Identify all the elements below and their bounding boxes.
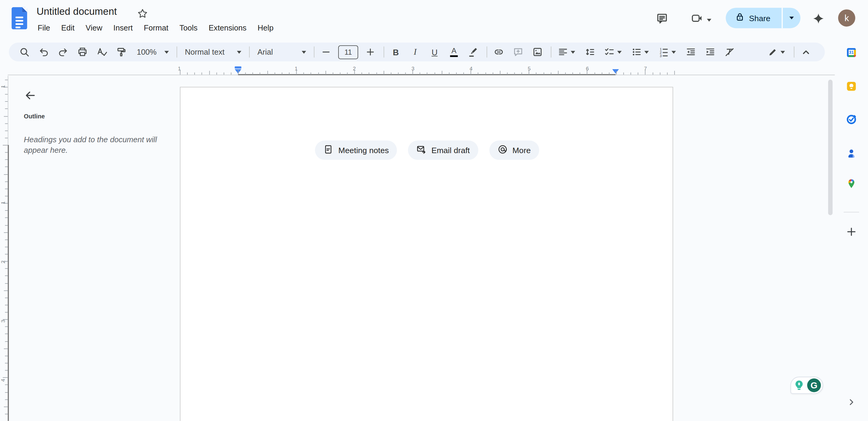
maps-icon[interactable] [846,178,857,189]
share-dropdown-icon[interactable] [782,17,801,19]
print-icon[interactable] [75,45,90,59]
chip-meeting-notes[interactable]: Meeting notes [315,140,397,160]
ruler-tick [282,72,282,74]
menu-file[interactable]: File [32,22,56,34]
document-page[interactable] [180,87,673,421]
insert-image-icon[interactable] [530,45,545,59]
numbered-list-dropdown-icon[interactable] [672,51,676,54]
add-comment-icon[interactable] [511,45,526,59]
ruler-tick [5,334,7,334]
hide-side-panel-icon[interactable] [847,398,856,407]
spell-check-icon[interactable] [95,45,109,59]
ruler-tick [4,407,7,407]
undo-icon[interactable] [37,45,51,59]
contacts-icon[interactable] [846,148,857,159]
calendar-icon[interactable]: 31 [846,47,857,58]
ruler-tick [5,189,7,189]
paint-format-icon[interactable] [114,45,128,59]
ruler-tick [536,72,537,74]
video-call-dropdown-icon[interactable] [705,12,714,28]
highlight-color-icon[interactable] [466,45,480,59]
smart-chips-row: Meeting notesEmail draftMore [180,140,674,160]
chip-more[interactable]: More [489,140,539,160]
docs-logo-icon[interactable] [11,7,27,29]
ruler-tick [5,341,7,342]
increase-font-size-icon[interactable] [363,45,378,59]
ruler-tick [5,109,7,109]
editing-mode-dropdown-icon[interactable] [781,51,785,54]
ruler-tick [216,72,217,74]
indent-increase-icon[interactable] [703,45,717,59]
editing-mode-icon[interactable] [766,45,780,59]
font-family-select[interactable]: Arial [254,45,309,59]
menu-format[interactable]: Format [138,22,174,34]
line-spacing-icon[interactable] [583,45,597,59]
indent-decrease-icon[interactable] [684,45,698,59]
ruler-tick [5,181,7,182]
checklist-icon[interactable] [602,45,617,59]
menu-extensions[interactable]: Extensions [203,22,252,34]
menu-help[interactable]: Help [252,22,279,34]
ruler-tick [5,356,7,356]
star-icon[interactable] [136,7,148,19]
toolbar: 100%Normal textArial11BIUA123 [9,42,825,61]
checklist-dropdown-icon[interactable] [617,51,622,54]
italic-button[interactable]: I [408,45,423,59]
numbered-list-icon[interactable]: 123 [656,45,671,59]
ruler-tick [5,123,7,124]
account-avatar[interactable]: k [838,9,855,27]
bold-button[interactable]: B [389,45,403,59]
first-line-indent-marker[interactable] [235,66,242,68]
underline-button[interactable]: U [427,45,442,59]
horizontal-ruler: 11234567 [0,65,868,76]
decrease-font-size-icon[interactable] [319,45,333,59]
vertical-scrollbar[interactable] [828,80,833,215]
get-addons-icon[interactable] [846,226,857,237]
font-family-select-caret-icon [302,51,306,54]
toolbar-collapse-icon[interactable] [799,45,813,59]
ruler-tick [4,174,7,174]
bulleted-list-icon[interactable] [629,45,644,59]
insert-link-icon[interactable] [491,45,506,59]
ruler-tick [245,72,246,74]
document-title[interactable]: Untitled document [37,6,117,18]
zoom-select[interactable]: 100% [133,45,172,59]
search-icon[interactable] [17,45,32,59]
ruler-tick [391,72,392,74]
menu-insert[interactable]: Insert [108,22,138,34]
h-ruler-number: 6 [586,65,589,71]
paragraph-style-select[interactable]: Normal text [182,45,245,59]
align-dropdown-icon[interactable] [570,51,575,54]
keep-icon[interactable] [846,80,857,92]
ruler-tick [5,247,7,247]
grammarly-widget[interactable]: G [790,377,823,394]
align-icon[interactable] [556,45,570,59]
share-button[interactable]: Share [726,8,800,28]
tasks-icon[interactable] [846,114,857,125]
text-color-button[interactable]: A [447,45,461,59]
redo-icon[interactable] [56,45,70,59]
menu-edit[interactable]: Edit [56,22,80,34]
comment-history-icon[interactable] [654,10,670,26]
menu-bar: FileEditViewInsertFormatToolsExtensionsH… [32,21,279,35]
ruler-tick [5,385,7,385]
bulleted-list-dropdown-icon[interactable] [644,51,649,54]
ruler-tick [5,79,7,80]
ruler-tick [4,348,7,349]
menu-tools[interactable]: Tools [174,22,203,34]
ruler-tick [515,72,515,74]
ruler-tick [5,138,7,138]
menu-view[interactable]: View [80,22,108,34]
ruler-tick [5,159,7,160]
video-call-icon[interactable] [689,10,705,26]
close-outline-icon[interactable] [23,89,37,102]
ruler-tick [4,290,7,291]
gemini-sparkle-icon[interactable] [811,10,826,26]
chip-email-draft[interactable]: Email draft [408,140,478,160]
font-size-input[interactable]: 11 [338,45,358,59]
clear-formatting-icon[interactable] [722,45,737,59]
ruler-tick [289,72,289,74]
h-ruler-number: 3 [412,65,415,71]
right-indent-marker[interactable] [612,69,619,73]
lock-icon [735,12,744,24]
